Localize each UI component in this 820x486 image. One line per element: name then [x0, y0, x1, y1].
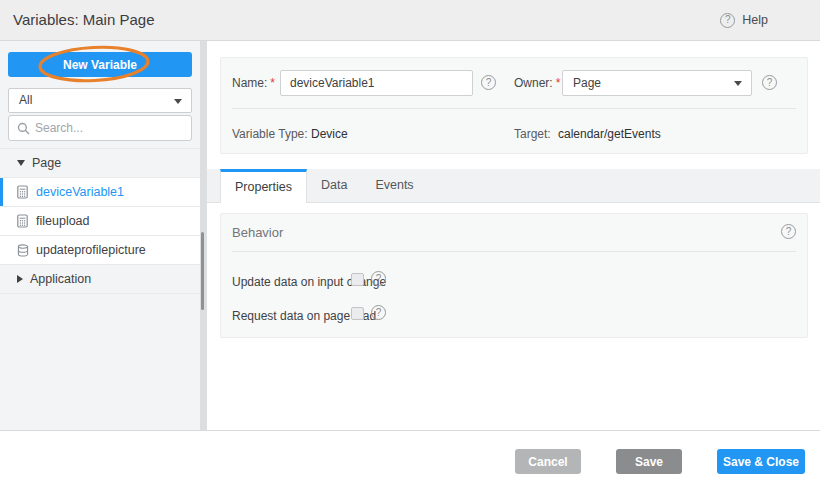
sidebar-scrollbar-thumb[interactable]: [201, 232, 204, 310]
search-input[interactable]: [35, 116, 185, 140]
variable-detail-panel: Name:* ? Owner:* Page ? Variable Type: D…: [207, 41, 820, 430]
dialog-header: Variables: Main Page ? Help: [0, 0, 820, 41]
tree-group-page[interactable]: Page: [0, 149, 200, 178]
help-label: Help: [742, 13, 768, 27]
new-variable-button[interactable]: New Variable: [8, 52, 192, 77]
section-divider: [232, 251, 796, 252]
collapse-arrow-icon: [17, 160, 25, 166]
device-variable-icon: [17, 214, 29, 228]
service-variable-icon: [17, 243, 29, 257]
owner-value: Page: [573, 71, 601, 95]
page-title: Variables: Main Page: [13, 0, 154, 40]
target-label: Target:: [514, 121, 551, 147]
search-box: [8, 115, 192, 141]
cancel-button[interactable]: Cancel: [515, 449, 581, 474]
variable-summary-panel: Name:* ? Owner:* Page ? Variable Type: D…: [220, 57, 808, 154]
search-icon: [17, 122, 31, 136]
request-data-checkbox[interactable]: [351, 307, 364, 320]
help-button[interactable]: ? Help: [720, 0, 768, 40]
tab-properties[interactable]: Properties: [220, 169, 307, 203]
chevron-down-icon: [174, 99, 182, 104]
tree-group-application[interactable]: Application: [0, 265, 200, 294]
device-variable-icon: [17, 185, 29, 199]
panel-divider: [232, 108, 796, 109]
name-input[interactable]: [280, 70, 473, 96]
variable-type-value: Device: [311, 121, 348, 147]
tree-item-devicevariable1[interactable]: deviceVariable1: [0, 178, 200, 207]
save-and-close-button[interactable]: Save & Close: [717, 449, 805, 474]
behavior-help-icon[interactable]: ?: [781, 224, 796, 239]
tab-data[interactable]: Data: [307, 169, 361, 202]
tab-events[interactable]: Events: [361, 169, 427, 202]
detail-tabs: Properties Data Events: [207, 169, 820, 203]
tree-item-updateprofilepicture[interactable]: updateprofilepicture: [0, 236, 200, 265]
name-label: Name:*: [232, 70, 275, 96]
update-data-help-icon[interactable]: ?: [371, 271, 386, 286]
variable-type-label: Variable Type:: [232, 121, 308, 147]
variable-filter-value: All: [19, 89, 32, 112]
expand-arrow-icon: [17, 275, 23, 283]
owner-help-icon[interactable]: ?: [762, 75, 777, 90]
owner-select[interactable]: Page: [562, 70, 752, 96]
variables-sidebar: New Variable All Page: [0, 41, 200, 430]
variables-dialog: Variables: Main Page ? Help New Variable…: [0, 0, 820, 486]
name-help-icon[interactable]: ?: [481, 75, 496, 90]
target-value: calendar/getEvents: [558, 121, 661, 147]
chevron-down-icon: [734, 81, 742, 86]
request-data-help-icon[interactable]: ?: [371, 305, 386, 320]
variable-filter-select[interactable]: All: [8, 88, 192, 113]
tree-item-fileupload[interactable]: fileupload: [0, 207, 200, 236]
help-icon: ?: [720, 13, 735, 28]
behavior-section-title: Behavior: [232, 225, 283, 240]
dialog-footer: Cancel Save Save & Close: [0, 430, 820, 486]
update-data-checkbox[interactable]: [351, 273, 364, 286]
behavior-section: Behavior ? Update data on input change ?…: [220, 213, 808, 338]
required-asterisk: *: [556, 76, 561, 90]
required-asterisk: *: [270, 76, 275, 90]
variables-tree: Page deviceVariable1: [0, 148, 200, 294]
save-button[interactable]: Save: [616, 449, 682, 474]
owner-label: Owner:*: [514, 70, 560, 96]
